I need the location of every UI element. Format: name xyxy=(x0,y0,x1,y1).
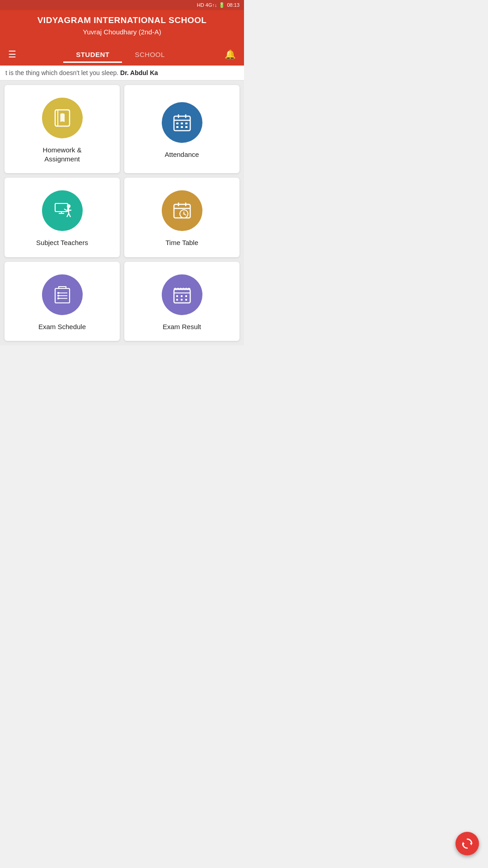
subject-teachers-icon-circle xyxy=(42,190,83,231)
tab-school[interactable]: SCHOOL xyxy=(122,46,177,63)
exam-result-icon xyxy=(171,284,193,306)
card-subject-teachers[interactable]: Subject Teachers xyxy=(5,178,120,257)
svg-point-13 xyxy=(67,204,70,208)
exam-result-label: Exam Result xyxy=(163,322,201,331)
battery-icon: 🔋 xyxy=(219,2,225,8)
tabs-container: STUDENT SCHOOL xyxy=(20,46,221,63)
marquee-text: t is the thing which doesn't let you sle… xyxy=(5,69,120,76)
card-exam-schedule[interactable]: Exam Schedule xyxy=(5,262,120,341)
svg-rect-4 xyxy=(176,123,178,124)
svg-rect-8 xyxy=(181,126,183,128)
card-exam-result[interactable]: Exam Result xyxy=(124,262,239,341)
svg-rect-6 xyxy=(185,123,188,124)
app-header: VIDYAGRAM INTERNATIONAL SCHOOL Yuvraj Ch… xyxy=(0,10,244,43)
svg-rect-7 xyxy=(176,126,178,128)
svg-rect-41 xyxy=(185,299,187,301)
hamburger-menu-icon[interactable]: ☰ xyxy=(5,45,20,63)
svg-line-18 xyxy=(64,209,66,210)
timetable-icon xyxy=(171,200,193,222)
svg-point-26 xyxy=(183,213,184,215)
timetable-label: Time Table xyxy=(165,238,198,247)
attendance-label: Attendance xyxy=(165,150,199,159)
time-display: 08:13 xyxy=(227,2,239,8)
school-name: VIDYAGRAM INTERNATIONAL SCHOOL xyxy=(7,15,237,25)
svg-rect-40 xyxy=(181,299,183,301)
tab-bar: ☰ STUDENT SCHOOL 🔔 xyxy=(0,43,244,66)
attendance-icon-circle xyxy=(162,102,202,143)
student-name: Yuvraj Choudhary (2nd-A) xyxy=(7,28,237,36)
exam-result-icon-circle xyxy=(162,274,202,315)
svg-rect-10 xyxy=(55,203,68,212)
card-homework[interactable]: Homework &Assignment xyxy=(5,85,120,173)
svg-rect-9 xyxy=(185,126,188,128)
card-attendance[interactable]: Attendance xyxy=(124,85,239,173)
homework-icon-circle xyxy=(42,98,83,138)
svg-rect-36 xyxy=(176,295,178,297)
exam-schedule-label: Exam Schedule xyxy=(38,322,86,331)
calendar-icon xyxy=(171,112,193,133)
card-timetable[interactable]: Time Table xyxy=(124,178,239,257)
svg-rect-38 xyxy=(185,295,187,297)
svg-rect-33 xyxy=(57,297,59,299)
marquee-highlight: Dr. Abdul Ka xyxy=(120,69,158,76)
exam-schedule-icon xyxy=(52,284,73,306)
tab-student[interactable]: STUDENT xyxy=(63,46,122,63)
svg-rect-32 xyxy=(57,295,59,297)
network-icon: HD 4G↑↓ xyxy=(197,2,217,8)
menu-grid: Homework &Assignment Attendance xyxy=(0,80,244,345)
svg-rect-5 xyxy=(181,123,183,124)
subject-teachers-label: Subject Teachers xyxy=(36,238,88,247)
marquee-banner: t is the thing which doesn't let you sle… xyxy=(0,66,244,80)
svg-rect-37 xyxy=(181,295,183,297)
timetable-icon-circle xyxy=(162,190,202,231)
book-icon xyxy=(52,107,73,129)
svg-line-17 xyxy=(69,213,70,217)
teacher-icon xyxy=(52,200,73,222)
status-bar: HD 4G↑↓ 🔋 08:13 xyxy=(0,0,244,10)
exam-schedule-icon-circle xyxy=(42,274,83,315)
svg-rect-31 xyxy=(57,292,59,294)
notification-bell-icon[interactable]: 🔔 xyxy=(221,45,239,63)
svg-rect-39 xyxy=(176,299,178,301)
homework-label: Homework &Assignment xyxy=(43,146,82,163)
